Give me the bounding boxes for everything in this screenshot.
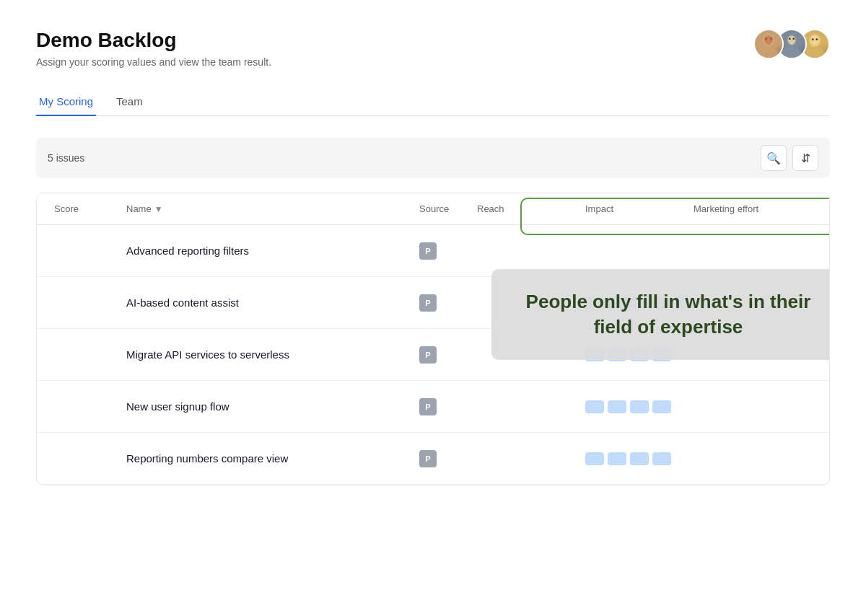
cell-source: P: [414, 340, 471, 369]
cell-score: [48, 453, 121, 465]
svg-point-13: [812, 38, 814, 40]
expertise-tooltip: People only fill in what's in their fiel…: [491, 269, 830, 360]
cell-impact: [579, 245, 688, 257]
search-icon: 🔍: [766, 151, 781, 165]
sort-icon: ⇵: [801, 151, 810, 165]
tab-my-scoring[interactable]: My Scoring: [36, 88, 96, 116]
score-dot: [630, 400, 649, 413]
tooltip-text: People only fill in what's in their fiel…: [513, 289, 823, 340]
page-header: Demo Backlog Assign your scoring values …: [36, 29, 830, 68]
svg-point-6: [788, 35, 796, 45]
source-badge: P: [419, 450, 437, 467]
cell-source: P: [414, 289, 471, 317]
cell-name: Reporting numbers compare view: [121, 446, 414, 470]
col-marketing: Marketing effort: [688, 193, 818, 224]
avatar-group: [753, 29, 830, 59]
source-badge: P: [419, 242, 437, 260]
chevron-down-icon: ▼: [154, 204, 163, 214]
cell-impact: [579, 446, 688, 471]
tab-team[interactable]: Team: [113, 88, 146, 116]
svg-point-14: [815, 38, 818, 40]
col-name[interactable]: Name ▼: [121, 193, 414, 224]
tab-bar: My Scoring Team: [36, 88, 830, 116]
cell-reach: [471, 245, 579, 257]
col-score: Score: [48, 193, 121, 224]
table-row: Reporting numbers compare view P: [37, 433, 829, 485]
col-reach: Reach: [471, 193, 579, 224]
score-dot: [608, 452, 626, 465]
score-dot: [652, 400, 671, 413]
score-dot: [585, 400, 604, 413]
cell-name: AI-based content assist: [121, 291, 414, 314]
search-button[interactable]: 🔍: [761, 145, 787, 171]
cell-impact: [579, 395, 688, 419]
cell-marketing: [688, 245, 818, 257]
source-badge: P: [419, 346, 437, 364]
table-row: New user signup flow P: [37, 381, 829, 433]
avatar: [753, 29, 784, 59]
header-text: Demo Backlog Assign your scoring values …: [36, 29, 271, 68]
cell-marketing: [688, 453, 818, 465]
page-subtitle: Assign your scoring values and view the …: [36, 56, 271, 68]
cell-name: New user signup flow: [121, 395, 414, 418]
cell-reach: [471, 401, 579, 413]
issues-table: Score Name ▼ Source Reach Impact Marketi…: [36, 193, 830, 485]
col-impact: Impact: [579, 193, 688, 224]
avatar-image: [755, 29, 782, 59]
svg-point-8: [789, 38, 791, 40]
cell-marketing: [688, 401, 818, 413]
svg-point-2: [759, 47, 777, 59]
svg-point-9: [792, 38, 795, 40]
cell-name: Migrate API services to serverless: [121, 343, 414, 366]
main-page: Demo Backlog Assign your scoring values …: [0, 0, 866, 514]
score-dot: [608, 400, 626, 413]
issues-count: 5 issues: [48, 152, 761, 164]
cell-score: [48, 245, 121, 257]
sort-button[interactable]: ⇵: [792, 145, 818, 171]
cell-score: [48, 297, 121, 309]
cell-reach: [471, 453, 579, 465]
cell-name: Advanced reporting filters: [121, 239, 414, 263]
cell-score: [48, 349, 121, 361]
cell-source: P: [414, 444, 471, 473]
cell-source: P: [414, 392, 471, 421]
toolbar-actions: 🔍 ⇵: [761, 145, 818, 171]
table-header: Score Name ▼ Source Reach Impact Marketi…: [37, 193, 829, 225]
svg-point-7: [782, 47, 800, 59]
svg-point-12: [805, 47, 823, 59]
source-badge: P: [419, 398, 437, 415]
cell-source: P: [414, 237, 471, 265]
svg-point-11: [811, 35, 819, 45]
score-dot: [630, 452, 649, 465]
impact-skeleton: [585, 400, 671, 413]
score-dot: [585, 452, 604, 465]
impact-skeleton: [585, 452, 671, 465]
toolbar: 5 issues 🔍 ⇵: [36, 138, 830, 178]
source-badge: P: [419, 294, 437, 312]
score-dot: [652, 452, 671, 465]
cell-score: [48, 401, 121, 413]
svg-point-3: [765, 38, 768, 41]
svg-point-4: [770, 38, 773, 41]
col-source: Source: [414, 193, 471, 224]
page-title: Demo Backlog: [36, 29, 271, 52]
